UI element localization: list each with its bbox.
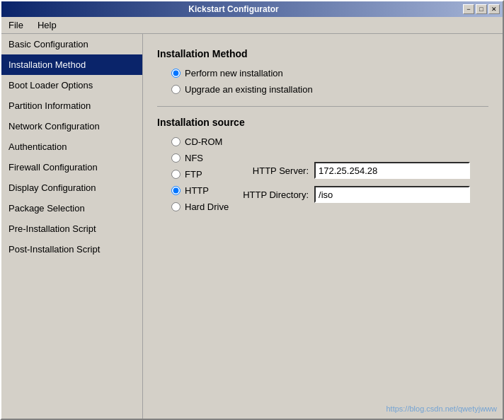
installation-method-title: Installation Method xyxy=(157,48,488,59)
new-installation-radio[interactable] xyxy=(171,69,181,78)
main-content: Installation Method Perform new installa… xyxy=(143,34,503,419)
sidebar-item-partition-information[interactable]: Partition Information xyxy=(1,95,142,116)
watermark-text: https://blog.csdn.net/qwetyjwww xyxy=(386,404,497,413)
http-label[interactable]: HTTP xyxy=(185,185,209,196)
minimize-button[interactable]: − xyxy=(463,4,474,14)
installation-source-title: Installation source xyxy=(157,117,488,128)
http-server-input[interactable] xyxy=(314,162,470,179)
nfs-radio[interactable] xyxy=(171,153,181,163)
menu-bar: File Help xyxy=(1,17,503,34)
sidebar-item-package-selection[interactable]: Package Selection xyxy=(1,198,142,218)
sidebar-item-post-installation-script[interactable]: Post-Installation Script xyxy=(1,239,142,259)
http-radio[interactable] xyxy=(171,186,181,195)
source-section: CD-ROM NFS FTP HTTP xyxy=(157,136,488,229)
sidebar-item-basic-configuration[interactable]: Basic Configuration xyxy=(1,34,142,54)
ftp-label[interactable]: FTP xyxy=(185,169,202,180)
sidebar-item-network-configuration[interactable]: Network Configuration xyxy=(1,116,142,136)
sidebar-item-display-configuration[interactable]: Display Configuration xyxy=(1,177,142,198)
cdrom-row: CD-ROM xyxy=(171,136,229,147)
window-title: Kickstart Configurator xyxy=(4,4,463,14)
harddrive-label[interactable]: Hard Drive xyxy=(185,202,229,212)
source-type-group: CD-ROM NFS FTP HTTP xyxy=(171,136,229,218)
menu-help[interactable]: Help xyxy=(33,18,61,32)
installation-type-group: Perform new installation Upgrade an exis… xyxy=(171,68,488,95)
http-fields: HTTP Server: HTTP Directory: xyxy=(243,162,470,203)
ftp-row: FTP xyxy=(171,169,229,180)
http-server-label: HTTP Server: xyxy=(243,165,309,176)
upgrade-label[interactable]: Upgrade an existing installation xyxy=(185,84,313,95)
cdrom-label[interactable]: CD-ROM xyxy=(185,136,222,147)
sidebar-item-boot-loader-options[interactable]: Boot Loader Options xyxy=(1,75,142,95)
content-area: Basic Configuration Installation Method … xyxy=(1,34,503,419)
upgrade-radio[interactable] xyxy=(171,85,181,94)
main-window: Kickstart Configurator − □ ✕ File Help B… xyxy=(0,0,504,420)
sidebar-item-installation-method[interactable]: Installation Method xyxy=(1,54,142,75)
nfs-label[interactable]: NFS xyxy=(185,153,203,163)
new-installation-label[interactable]: Perform new installation xyxy=(185,68,283,78)
close-button[interactable]: ✕ xyxy=(488,4,500,14)
http-directory-input[interactable] xyxy=(314,186,470,203)
sidebar-item-pre-installation-script[interactable]: Pre-Installation Script xyxy=(1,218,142,239)
upgrade-row: Upgrade an existing installation xyxy=(171,84,488,95)
maximize-button[interactable]: □ xyxy=(476,4,487,14)
nfs-row: NFS xyxy=(171,153,229,163)
http-directory-label: HTTP Directory: xyxy=(243,189,309,200)
new-installation-row: Perform new installation xyxy=(171,68,488,78)
harddrive-radio[interactable] xyxy=(171,202,181,211)
window-controls: − □ ✕ xyxy=(463,4,500,14)
section-divider xyxy=(157,106,488,107)
menu-file[interactable]: File xyxy=(4,18,28,32)
sidebar-item-firewall-configuration[interactable]: Firewall Configuration xyxy=(1,157,142,177)
title-bar: Kickstart Configurator − □ ✕ xyxy=(1,1,503,17)
sidebar-item-authentication[interactable]: Authentication xyxy=(1,136,142,157)
http-row: HTTP xyxy=(171,185,229,196)
cdrom-radio[interactable] xyxy=(171,137,181,146)
sidebar: Basic Configuration Installation Method … xyxy=(1,34,143,419)
harddrive-row: Hard Drive xyxy=(171,202,229,212)
ftp-radio[interactable] xyxy=(171,170,181,179)
